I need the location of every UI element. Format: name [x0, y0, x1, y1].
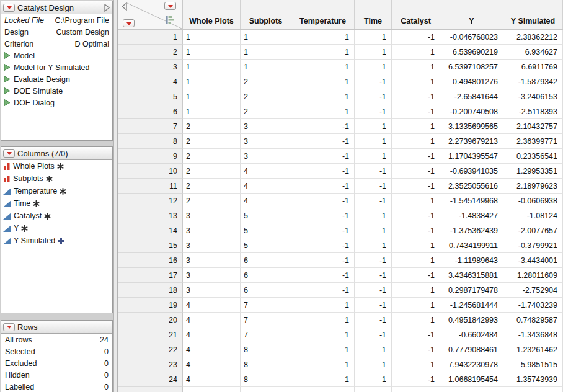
table-cell[interactable]: 0.494801276 — [440, 74, 503, 89]
row-number[interactable]: 12 — [118, 194, 183, 208]
table-cell[interactable]: -1 — [291, 179, 355, 194]
row-number[interactable]: 11 — [118, 179, 183, 194]
table-cell[interactable]: -1 — [355, 194, 392, 208]
disclosure-triangle-icon[interactable] — [4, 52, 11, 59]
table-cell[interactable]: -1 — [291, 268, 355, 283]
table-cell[interactable]: 2 — [183, 149, 241, 164]
table-cell[interactable]: -1 — [392, 208, 440, 223]
table-cell[interactable]: 2.18979623 — [503, 179, 563, 194]
row-number[interactable]: 10 — [118, 164, 183, 179]
table-cell[interactable]: -1.375362439 — [440, 223, 503, 238]
table-cell[interactable]: 1 — [183, 45, 241, 60]
outline-item[interactable]: Model — [1, 50, 112, 61]
table-cell[interactable]: 0.74829587 — [503, 313, 563, 327]
table-cell[interactable]: -1 — [392, 89, 440, 104]
collapse-left-icon[interactable] — [121, 2, 128, 11]
table-cell[interactable]: 1 — [291, 327, 355, 342]
table-cell[interactable]: 3 — [183, 253, 241, 268]
table-cell[interactable]: -2.752904 — [503, 283, 563, 298]
table-cell[interactable]: 1 — [355, 342, 392, 357]
table-cell[interactable]: 4 — [183, 298, 241, 313]
row-number[interactable]: 19 — [118, 298, 183, 313]
table-cell[interactable]: 3.1335699565 — [440, 119, 503, 134]
table-cell[interactable]: 0.2987179478 — [440, 283, 503, 298]
table-cell[interactable]: 3 — [183, 223, 241, 238]
table-cell[interactable]: 4 — [183, 357, 241, 372]
table-cell[interactable]: 2.36399771 — [503, 134, 563, 149]
table-cell[interactable]: 3 — [183, 283, 241, 298]
table-cell[interactable]: 1 — [355, 134, 392, 149]
row-number[interactable]: 16 — [118, 253, 183, 268]
row-number[interactable]: 21 — [118, 327, 183, 342]
table-cell[interactable]: 1 — [291, 313, 355, 327]
table-cell[interactable]: -1 — [355, 327, 392, 342]
row-number[interactable]: 5 — [118, 89, 183, 104]
table-cell[interactable]: 1 — [355, 372, 392, 387]
table-cell[interactable]: -0.0606938 — [503, 194, 563, 208]
table-cell[interactable]: 1 — [241, 60, 291, 74]
row-number[interactable]: 20 — [118, 313, 183, 327]
collapse-right-icon[interactable] — [103, 4, 110, 12]
table-cell[interactable]: 2 — [183, 134, 241, 149]
table-cell[interactable]: -1 — [392, 268, 440, 283]
table-cell[interactable]: -0.693941035 — [440, 164, 503, 179]
table-cell[interactable]: 1 — [355, 223, 392, 238]
table-cell[interactable]: -0.6602484 — [440, 327, 503, 342]
outline-item[interactable]: DOE Simulate — [1, 85, 112, 97]
table-cell[interactable]: 1 — [392, 298, 440, 313]
column-list-item[interactable]: Temperature — [1, 185, 112, 197]
row-number[interactable]: 13 — [118, 208, 183, 223]
table-cell[interactable]: 2 — [241, 104, 291, 119]
table-cell[interactable]: 4 — [241, 194, 291, 208]
table-cell[interactable]: -1 — [291, 238, 355, 253]
table-cell[interactable]: 1.23261462 — [503, 342, 563, 357]
disclosure-triangle-icon[interactable] — [4, 87, 11, 94]
table-cell[interactable]: -1 — [392, 104, 440, 119]
column-header[interactable]: Time — [355, 0, 392, 29]
red-triangle-menu-icon[interactable] — [3, 323, 15, 331]
table-cell[interactable]: 6 — [241, 268, 291, 283]
red-triangle-menu-icon[interactable] — [3, 149, 15, 158]
table-cell[interactable]: 0.7434199911 — [440, 238, 503, 253]
table-cell[interactable]: -1 — [392, 149, 440, 164]
table-cell[interactable]: -1.7403239 — [503, 298, 563, 313]
column-list-item[interactable]: Time — [1, 197, 112, 210]
table-cell[interactable]: 1 — [183, 30, 241, 45]
row-number[interactable]: 17 — [118, 268, 183, 283]
table-cell[interactable]: 3 — [241, 134, 291, 149]
table-cell[interactable]: -3.2406153 — [503, 89, 563, 104]
table-cell[interactable]: -1 — [291, 253, 355, 268]
table-cell[interactable]: -1 — [291, 149, 355, 164]
table-cell[interactable]: 2.3525055616 — [440, 179, 503, 194]
columns-menu-icon[interactable] — [164, 2, 176, 10]
column-list-item[interactable]: Catalyst — [1, 210, 112, 222]
table-cell[interactable]: -2.5118393 — [503, 104, 563, 119]
table-cell[interactable]: 2.2739679213 — [440, 134, 503, 149]
table-cell[interactable]: 4 — [183, 342, 241, 357]
table-cell[interactable]: 6.5397108257 — [440, 60, 503, 74]
row-order-icon[interactable] — [166, 15, 175, 25]
table-cell[interactable]: -1 — [355, 104, 392, 119]
table-cell[interactable]: 7 — [241, 313, 291, 327]
table-cell[interactable]: 1.1704395547 — [440, 149, 503, 164]
table-cell[interactable]: 2 — [183, 179, 241, 194]
column-list-item[interactable]: Y Simulated — [1, 234, 112, 247]
table-cell[interactable]: 2 — [183, 194, 241, 208]
red-triangle-menu-icon[interactable] — [3, 4, 15, 12]
table-cell[interactable]: 1 — [355, 238, 392, 253]
table-cell[interactable]: 2.10432757 — [503, 119, 563, 134]
table-cell[interactable]: 8 — [241, 342, 291, 357]
row-number[interactable]: 18 — [118, 283, 183, 298]
table-cell[interactable]: -1 — [392, 327, 440, 342]
table-cell[interactable]: 1 — [291, 60, 355, 74]
table-cell[interactable]: 3 — [183, 268, 241, 283]
table-cell[interactable]: 1 — [291, 30, 355, 45]
table-cell[interactable]: -1 — [291, 283, 355, 298]
outline-item[interactable]: Model for Y Simulated — [1, 61, 112, 73]
table-cell[interactable]: -1.4838427 — [440, 208, 503, 223]
table-cell[interactable]: 1 — [355, 357, 392, 372]
table-cell[interactable]: -1 — [355, 164, 392, 179]
column-list-item[interactable]: Whole Plots — [1, 160, 112, 172]
table-cell[interactable]: 7 — [241, 327, 291, 342]
disclosure-triangle-icon[interactable] — [4, 99, 11, 106]
